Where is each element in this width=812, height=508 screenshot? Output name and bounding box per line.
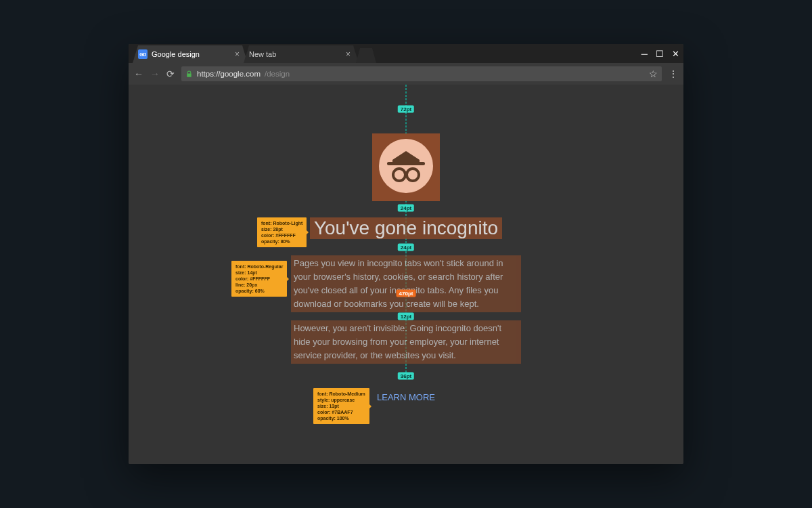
spacing-chip: 12pt (398, 313, 414, 320)
learn-row: font: Roboto-Medium style: uppercase siz… (370, 388, 442, 406)
tab-inactive[interactable]: New tab × (244, 45, 359, 63)
close-window-icon[interactable]: ✕ (672, 49, 679, 59)
incognito-icon (378, 137, 434, 197)
spacing-chip: 36pt (398, 373, 414, 380)
forward-icon[interactable]: → (150, 69, 160, 79)
spacing-chip: 470pt (397, 290, 416, 297)
lock-icon (185, 70, 193, 78)
body-paragraph-2: However, you aren't invisible. Going inc… (291, 320, 521, 364)
tab-label: Google design (152, 50, 200, 58)
tab-strip: GD Google design × New tab × ─ ☐ ✕ (129, 44, 683, 63)
tab-active[interactable]: GD Google design × (133, 45, 248, 63)
spacing-chip: 24pt (398, 205, 414, 212)
toolbar: ← → ⟳ https://google.com/design ☆ ⋮ (129, 63, 683, 85)
back-icon[interactable]: ← (134, 69, 143, 79)
maximize-icon[interactable]: ☐ (656, 49, 664, 59)
favicon: GD (138, 49, 148, 59)
learn-more-button[interactable]: LEARN MORE (370, 388, 442, 406)
minimize-icon[interactable]: ─ (641, 49, 648, 59)
body-paragraph-1: Pages you view in incognito tabs won't s… (291, 255, 521, 312)
svg-point-0 (379, 139, 433, 193)
close-icon[interactable]: × (343, 49, 353, 59)
typography-spec-callout: font: Roboto-Medium style: uppercase siz… (313, 388, 369, 424)
page-content: 24pt font: Roboto-Light size: 28pt color… (129, 85, 683, 406)
browser-window: GD Google design × New tab × ─ ☐ ✕ ← → ⟳… (129, 44, 683, 464)
tab-label: New tab (249, 50, 276, 58)
body-block: font: Roboto-Regular size: 14pt color: #… (291, 255, 521, 364)
new-tab-button[interactable] (356, 48, 376, 63)
page-viewport: 72pt 24pt font: Roboto- (129, 85, 683, 464)
incognito-icon-container: 24pt (372, 133, 440, 201)
typography-spec-callout: font: Roboto-Light size: 28pt color: #FF… (257, 217, 307, 247)
reload-icon[interactable]: ⟳ (166, 69, 175, 79)
page-title: You've gone incognito (310, 217, 502, 239)
spacing-chip: 24pt (398, 244, 414, 251)
bookmark-star-icon[interactable]: ☆ (649, 68, 658, 79)
svg-rect-1 (387, 162, 425, 165)
url-input[interactable]: https://google.com/design ☆ (181, 66, 662, 81)
kebab-menu-icon[interactable]: ⋮ (669, 68, 678, 79)
title-row: font: Roboto-Light size: 28pt color: #FF… (310, 217, 502, 239)
typography-spec-callout: font: Roboto-Regular size: 14pt color: #… (231, 261, 287, 297)
window-controls: ─ ☐ ✕ (641, 44, 679, 63)
url-origin: https://google.com (197, 70, 261, 78)
url-path: /design (265, 70, 290, 78)
close-icon[interactable]: × (232, 49, 242, 59)
